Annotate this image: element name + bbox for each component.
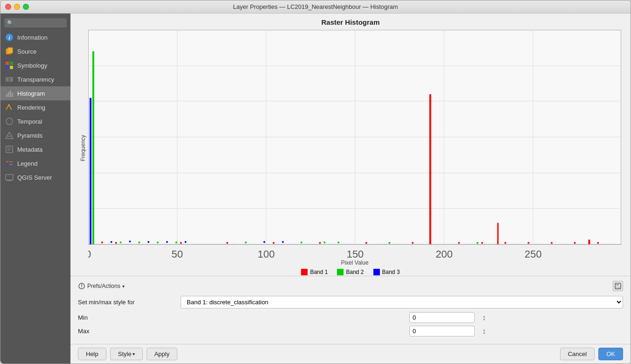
help-button[interactable]: Help [78, 348, 106, 360]
svg-point-74 [323, 242, 325, 244]
sidebar-item-legend[interactable]: Legend [0, 156, 70, 170]
min-label: Min [78, 314, 409, 321]
svg-point-60 [111, 241, 112, 243]
save-button[interactable] [613, 281, 623, 291]
sidebar-item-qgis-server[interactable]: QGIS Server [0, 170, 70, 184]
svg-text:150: 150 [347, 248, 364, 259]
sidebar-label-source: Source [17, 48, 36, 55]
band-select[interactable]: Band 1: discrete_classification [181, 296, 623, 308]
style-button[interactable]: Style ▾ [110, 348, 143, 360]
main-window: Layer Properties — LC2019_NearestNeighbo… [0, 0, 631, 364]
svg-point-95 [597, 242, 599, 244]
chart-area: Raster Histogram Frequency [70, 14, 631, 276]
svg-rect-12 [10, 91, 11, 97]
svg-point-89 [458, 242, 460, 244]
sidebar-label-histogram: Histogram [17, 90, 45, 97]
prefs-icon [78, 282, 85, 290]
chart-svg: 0 50000 100000 150000 200000 250000 3000… [88, 30, 621, 259]
min-max-style-row: Set min/max style for Band 1: discrete_c… [78, 296, 623, 308]
svg-rect-13 [12, 93, 13, 97]
svg-point-61 [129, 241, 131, 243]
svg-rect-28 [6, 175, 13, 180]
svg-point-91 [505, 242, 506, 244]
cancel-button[interactable]: Cancel [560, 348, 595, 360]
band2-swatch [337, 269, 344, 275]
apply-button[interactable]: Apply [147, 348, 178, 360]
sidebar-item-information[interactable]: i Information [0, 30, 70, 44]
prefs-dropdown-arrow: ▾ [122, 284, 125, 289]
svg-point-66 [282, 241, 284, 243]
svg-rect-10 [6, 94, 7, 97]
svg-point-94 [574, 242, 576, 244]
svg-rect-5 [10, 62, 13, 65]
source-icon [5, 47, 14, 56]
sidebar-item-symbology[interactable]: Symbology [0, 58, 70, 72]
x-axis-label: Pixel Value [88, 259, 621, 266]
sidebar: 🔍 i Information [0, 14, 70, 364]
search-icon: 🔍 [7, 20, 14, 26]
maximize-button[interactable] [23, 4, 29, 10]
sidebar-item-source[interactable]: Source [0, 44, 70, 58]
svg-text:200: 200 [435, 248, 452, 259]
band2-label: Band 2 [346, 269, 364, 275]
temporal-icon [5, 117, 14, 126]
svg-point-75 [337, 242, 339, 244]
svg-text:250: 250 [525, 248, 541, 259]
svg-point-88 [412, 242, 414, 244]
max-cursor-icon: ↕ [479, 327, 489, 336]
max-input[interactable] [409, 326, 475, 336]
sidebar-label-qgis-server: QGIS Server [17, 174, 52, 181]
legend-band1: Band 1 [301, 269, 328, 275]
close-button[interactable] [5, 4, 11, 10]
svg-rect-24 [6, 161, 8, 162]
svg-rect-6 [6, 66, 9, 69]
sidebar-item-histogram[interactable]: Histogram [0, 86, 70, 100]
min-input[interactable] [409, 312, 475, 323]
svg-point-70 [157, 242, 159, 244]
svg-point-90 [481, 242, 483, 244]
svg-text:0: 0 [88, 248, 91, 259]
min-cursor-icon: ↕ [479, 313, 489, 322]
legend-band2: Band 2 [337, 269, 364, 275]
chart-inner: 0 50000 100000 150000 200000 250000 3000… [88, 30, 621, 266]
style-dropdown-arrow: ▾ [133, 351, 135, 357]
sidebar-label-legend: Legend [17, 160, 37, 167]
transparency-icon: T [5, 75, 14, 84]
pyramids-icon [5, 131, 14, 140]
minimize-button[interactable] [14, 4, 20, 10]
footer-right: Cancel OK [560, 348, 623, 360]
svg-point-68 [120, 242, 122, 244]
svg-point-85 [273, 242, 274, 244]
controls-area: Prefs/Actions ▾ Set min/max style for [70, 276, 631, 344]
sidebar-item-metadata[interactable]: Metadata [0, 142, 70, 156]
search-input[interactable] [15, 20, 64, 26]
sidebar-label-temporal: Temporal [17, 118, 42, 125]
sidebar-item-transparency[interactable]: T Transparency [0, 72, 70, 86]
sidebar-item-pyramids[interactable]: Pyramids [0, 128, 70, 142]
prefs-row: Prefs/Actions ▾ [78, 281, 623, 291]
sidebar-label-metadata: Metadata [17, 146, 42, 153]
svg-point-83 [180, 242, 182, 244]
svg-marker-18 [6, 132, 13, 139]
sidebar-label-rendering: Rendering [17, 104, 45, 111]
prefs-actions-button[interactable]: Prefs/Actions ▾ [78, 282, 125, 290]
sidebar-item-rendering[interactable]: Rendering [0, 100, 70, 114]
svg-rect-26 [6, 164, 8, 165]
svg-point-92 [527, 242, 529, 244]
sidebar-item-temporal[interactable]: Temporal [0, 114, 70, 128]
sidebar-label-transparency: Transparency [17, 76, 54, 83]
svg-rect-7 [10, 66, 13, 69]
ok-button[interactable]: OK [598, 348, 623, 360]
svg-point-87 [365, 242, 367, 244]
search-box[interactable]: 🔍 [4, 18, 67, 28]
svg-text:T: T [8, 77, 11, 82]
min-row: Min ↕ [78, 312, 623, 323]
y-axis-label: Frequency [80, 30, 86, 266]
symbology-icon [5, 61, 14, 70]
sidebar-label-pyramids: Pyramids [17, 132, 42, 139]
svg-point-73 [301, 242, 302, 244]
band1-swatch [301, 269, 308, 275]
set-min-max-label: Set min/max style for [78, 299, 181, 306]
svg-point-14 [8, 104, 10, 106]
svg-point-69 [138, 242, 140, 244]
